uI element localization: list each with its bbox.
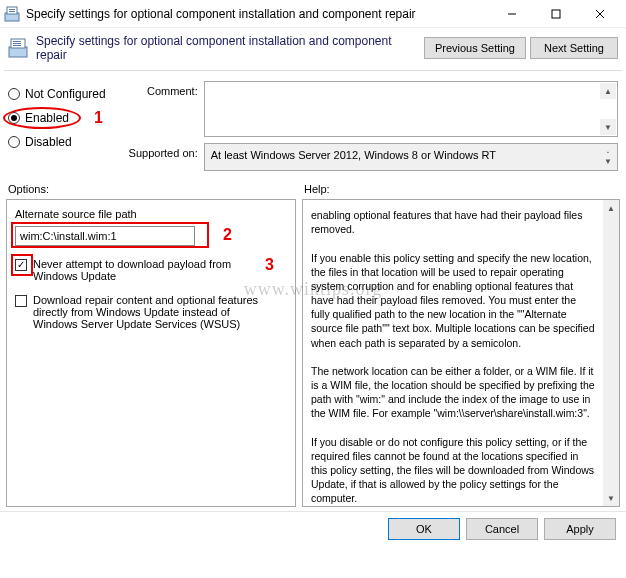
title-bar: Specify settings for optional component … bbox=[0, 0, 626, 28]
radio-icon bbox=[8, 136, 20, 148]
svg-rect-10 bbox=[13, 41, 21, 42]
checkbox-icon bbox=[15, 259, 27, 271]
scroll-down-icon[interactable]: ▼ bbox=[603, 490, 619, 506]
radio-icon bbox=[8, 88, 20, 100]
maximize-icon bbox=[551, 9, 561, 19]
svg-rect-1 bbox=[7, 7, 17, 14]
policy-icon bbox=[8, 38, 28, 58]
options-label: Options: bbox=[6, 179, 296, 199]
supported-value: At least Windows Server 2012, Windows 8 … bbox=[211, 149, 496, 161]
help-label: Help: bbox=[302, 179, 620, 199]
state-radio-group: Not Configured Enabled 1 Disabled bbox=[8, 81, 106, 171]
checkbox-label: Never attempt to download payload from W… bbox=[33, 258, 253, 282]
help-panel: enabling optional features that have had… bbox=[302, 199, 620, 507]
annotation-number: 3 bbox=[265, 256, 274, 274]
dialog-footer: OK Cancel Apply bbox=[0, 511, 626, 546]
chk-wsus-direct[interactable]: Download repair content and optional fea… bbox=[15, 294, 287, 330]
annotation-number: 1 bbox=[94, 109, 103, 127]
options-panel: Alternate source file path 2 Never attem… bbox=[6, 199, 296, 507]
supported-label: Supported on: bbox=[120, 143, 198, 159]
checkbox-label: Download repair content and optional fea… bbox=[33, 294, 273, 330]
svg-rect-5 bbox=[552, 10, 560, 18]
supported-text: At least Windows Server 2012, Windows 8 … bbox=[204, 143, 618, 171]
close-icon bbox=[595, 9, 605, 19]
chk-never-download[interactable]: Never attempt to download payload from W… bbox=[15, 258, 287, 282]
radio-label: Enabled bbox=[25, 111, 69, 125]
radio-label: Not Configured bbox=[25, 87, 106, 101]
window-title: Specify settings for optional component … bbox=[26, 7, 490, 21]
apply-button[interactable]: Apply bbox=[544, 518, 616, 540]
minimize-icon bbox=[507, 9, 517, 19]
scroll-up-icon[interactable]: ▲ bbox=[603, 200, 619, 216]
svg-rect-3 bbox=[9, 11, 15, 12]
radio-enabled[interactable]: Enabled 1 bbox=[8, 111, 106, 125]
scrollbar[interactable]: ▲ ▼ bbox=[603, 200, 619, 506]
minimize-button[interactable] bbox=[490, 0, 534, 28]
radio-not-configured[interactable]: Not Configured bbox=[8, 87, 106, 101]
policy-window-icon bbox=[4, 6, 20, 22]
scroll-down-icon[interactable]: ▼ bbox=[600, 153, 616, 169]
svg-rect-2 bbox=[9, 9, 15, 10]
comment-label: Comment: bbox=[120, 81, 198, 97]
svg-rect-12 bbox=[13, 45, 21, 46]
scroll-down-icon[interactable]: ▼ bbox=[600, 119, 616, 135]
policy-title: Specify settings for optional component … bbox=[36, 34, 420, 62]
next-setting-button[interactable]: Next Setting bbox=[530, 37, 618, 59]
help-text: enabling optional features that have had… bbox=[311, 208, 611, 506]
scroll-up-icon[interactable]: ▲ bbox=[600, 83, 616, 99]
radio-disabled[interactable]: Disabled bbox=[8, 135, 106, 149]
alt-path-label: Alternate source file path bbox=[15, 208, 287, 220]
alt-path-input[interactable] bbox=[15, 226, 195, 246]
cancel-button[interactable]: Cancel bbox=[466, 518, 538, 540]
annotation-number: 2 bbox=[223, 226, 232, 244]
divider bbox=[4, 70, 622, 71]
close-button[interactable] bbox=[578, 0, 622, 28]
comment-textarea[interactable]: ▲ ▼ bbox=[204, 81, 618, 137]
policy-header: Specify settings for optional component … bbox=[0, 28, 626, 68]
maximize-button[interactable] bbox=[534, 0, 578, 28]
radio-label: Disabled bbox=[25, 135, 72, 149]
ok-button[interactable]: OK bbox=[388, 518, 460, 540]
checkbox-icon bbox=[15, 295, 27, 307]
previous-setting-button[interactable]: Previous Setting bbox=[424, 37, 526, 59]
svg-rect-11 bbox=[13, 43, 21, 44]
radio-icon bbox=[8, 112, 20, 124]
